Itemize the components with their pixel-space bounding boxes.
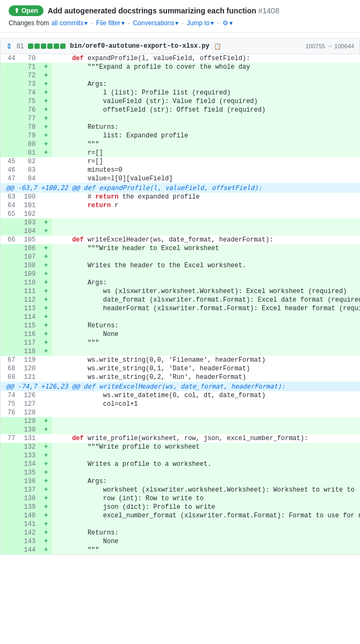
diff-sign: + [40,123,52,131]
diff-code [52,210,360,218]
old-line-num [1,97,20,106]
diff-code: ws.write_string(0,1, 'Date', headerForma… [52,364,360,373]
diff-line-row: 143+ None [1,537,361,546]
diff-code: None [52,537,360,546]
diff-sign: + [40,244,52,253]
diff-line-row: 111+ ws (xlsxwriter.worksheet.Worksheet)… [1,287,361,296]
diff-sign: + [40,339,52,347]
old-line-num [1,253,20,261]
diff-sign [40,54,52,63]
diff-sign: + [40,296,52,304]
diff-code: Returns: [52,123,360,131]
new-line-num: 76 [20,106,40,114]
pr-title: Add autogenerated docstrings summarizing… [48,6,279,15]
diff-sign: + [40,469,52,477]
new-line-num: 136 [20,477,40,486]
old-line-num [1,330,20,339]
pr-number: #1408 [258,6,279,15]
old-line-num [1,417,20,426]
old-line-num: 47 [1,174,20,183]
conversations-link[interactable]: Conversations ▾ [133,19,178,27]
diff-code: headerFormat (xlsxwriter.format.Format):… [52,304,360,313]
old-line-num [1,287,20,296]
old-line-num: 76 [1,408,20,417]
diff-line-row: 135+ [1,469,361,477]
diff-table: 4470 def expandProfile(l, valueField, of… [0,54,360,555]
new-line-num: 115 [20,321,40,330]
diff-code: list: Expanded profile [52,131,360,140]
new-line-num: 106 [20,244,40,253]
diff-line-row: 80+ """ [1,140,361,149]
new-line-num: 84 [20,174,40,183]
expand-collapse-icon[interactable]: ⇕ [6,42,12,50]
chevron-down-icon: ▾ [84,19,88,27]
diff-sign: + [40,149,52,157]
diff-sign: + [40,89,52,97]
diff-line-row: 137+ worksheet (xlsxwriter.worksheet.Wor… [1,486,361,494]
old-line-num [1,261,20,270]
diff-code: ws.write_string(0,0, 'Filename', headerF… [52,356,360,364]
chevron-down-icon: ▾ [175,19,178,27]
diff-line-row: 68120 ws.write_string(0,1, 'Date', heade… [1,364,361,373]
diff-sign: + [40,218,52,227]
old-line-num [1,486,20,494]
old-line-num: 46 [1,166,20,174]
file-filter-link[interactable]: File filter ▾ [96,19,125,27]
diff-sign: + [40,451,52,460]
diff-sign: + [40,227,52,236]
new-line-num: 137 [20,486,40,494]
diff-code: valueField (str): Value field (required) [52,97,360,106]
diff-line-row: 103+ [1,218,361,227]
diff-line-row: 138+ row (int): Row to write to [1,494,361,503]
old-line-num [1,313,20,321]
new-line-num: 118 [20,347,40,356]
diff-code: excel_number_format (xlsxwriter.format.F… [52,511,360,520]
all-commits-link[interactable]: all commits ▾ [51,19,88,27]
new-line-num: 113 [20,304,40,313]
diff-code: Args: [52,477,360,486]
old-line-num [1,80,20,89]
diff-sign: + [40,477,52,486]
diff-code: r=[] [52,157,360,166]
new-line-num: 101 [20,201,40,210]
new-line-num: 79 [20,131,40,140]
diff-sign: + [40,63,52,71]
new-line-num: 138 [20,494,40,503]
new-line-num: 116 [20,330,40,339]
new-line-num: 129 [20,417,40,426]
old-line-num [1,218,20,227]
old-line-num: 65 [1,210,20,218]
new-line-num: 78 [20,123,40,131]
diff-line-row: 4683 minutes=0 [1,166,361,174]
new-line-num: 120 [20,364,40,373]
diff-line-row: 106+ """Write header to Excel worksheet [1,244,361,253]
diff-sign: + [40,546,52,555]
settings-link[interactable]: ⚙ ▾ [222,19,233,27]
new-line-num: 142 [20,529,40,537]
diff-sign: + [40,313,52,321]
new-line-num: 105 [20,236,40,244]
chevron-down-icon: ▾ [121,19,125,27]
diff-sign [40,364,52,373]
diff-sign: + [40,140,52,149]
diff-sign: + [40,253,52,261]
old-line-num [1,469,20,477]
old-line-num: 44 [1,54,20,63]
diff-line-row: 65102 [1,210,361,218]
diff-blocks [28,43,66,49]
new-line-num: 133 [20,451,40,460]
diff-code: Args: [52,279,360,287]
diff-sign: + [40,114,52,123]
diff-code: row (int): Row to write to [52,494,360,503]
diff-code: ws.write_datetime(0, col, dt, date_forma… [52,391,360,400]
new-line-num: 74 [20,89,40,97]
copy-path-icon[interactable]: 📋 [214,43,221,50]
new-line-num: 70 [20,54,40,63]
diff-sign: + [40,80,52,89]
old-line-num [1,443,20,451]
old-line-num [1,71,20,80]
old-line-num: 77 [1,434,20,443]
jump-to-link[interactable]: Jump to ▾ [186,19,214,27]
diff-line-row: 142+ Returns: [1,529,361,537]
pr-nav: Changes from all commits ▾ · File filter… [9,19,351,27]
